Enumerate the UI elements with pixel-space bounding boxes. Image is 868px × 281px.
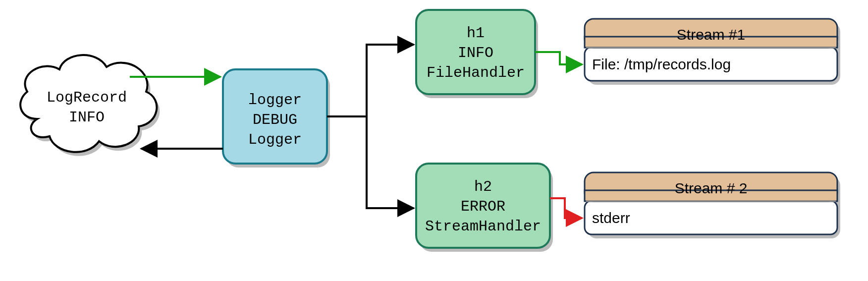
- h2-node: h2 ERROR StreamHandler: [416, 164, 553, 252]
- h1-class: FileHandler: [427, 64, 525, 81]
- h1-node: h1 INFO FileHandler: [416, 10, 538, 98]
- arrow-logger-to-h1: [327, 45, 414, 116]
- arrow-logger-to-h2: [327, 116, 414, 208]
- h2-level: ERROR: [461, 198, 505, 215]
- stream2-body: stderr: [592, 210, 630, 226]
- logger-name: logger: [248, 92, 302, 109]
- stream1-body: File: /tmp/records.log: [592, 56, 731, 72]
- logrecord-name: LogRecord: [47, 89, 127, 106]
- stream2-node: Stream # 2 stderr: [585, 172, 840, 238]
- stream1-node: Stream #1 File: /tmp/records.log: [585, 19, 840, 85]
- logger-level: DEBUG: [253, 112, 297, 128]
- logrecord-node: LogRecord INFO: [20, 55, 160, 156]
- stream2-title: Stream # 2: [675, 180, 748, 196]
- arrow-h1-to-stream1: [535, 52, 582, 64]
- h2-class: StreamHandler: [425, 218, 541, 235]
- logger-node: logger DEBUG Logger: [223, 69, 330, 168]
- h1-name: h1: [467, 25, 485, 42]
- h1-level: INFO: [458, 45, 493, 61]
- logger-class: Logger: [248, 131, 302, 148]
- logging-flow-diagram: LogRecord INFO logger DEBUG Logger h1 IN…: [0, 0, 868, 281]
- stream1-title: Stream #1: [677, 26, 745, 43]
- logrecord-level: INFO: [69, 109, 105, 126]
- h2-name: h2: [474, 178, 492, 195]
- arrow-h2-to-stream2: [550, 198, 582, 218]
